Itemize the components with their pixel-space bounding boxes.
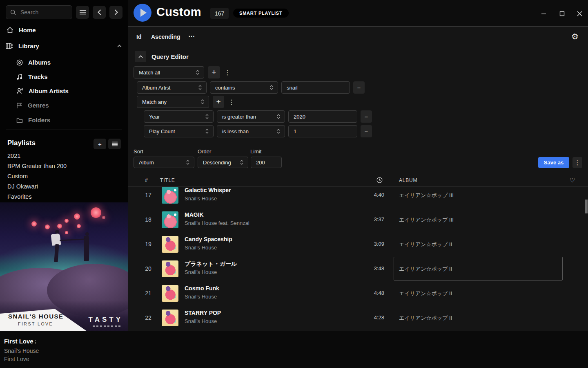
main-content: Custom 167 SMART PLAYLIST Id Ascending ⋯… (128, 0, 588, 331)
window-maximize-button[interactable] (557, 8, 567, 19)
rule3-field-select[interactable]: Play Count (144, 125, 214, 137)
playlist-item[interactable]: Custom (7, 173, 28, 180)
playlist-item[interactable]: BPM Greater than 200 (7, 163, 67, 169)
order-select[interactable]: Descending (198, 157, 248, 168)
favorite-heart-icon[interactable]: ♡ (570, 177, 575, 184)
artwork-title: FIRST LOVE (18, 321, 53, 326)
sidebar-item-albums[interactable]: Albums (16, 59, 51, 66)
track-row[interactable]: 20 プラネット・ガール Snail’s House 3:48 エイリアン☆ポッ… (128, 257, 588, 281)
select-value: Year (149, 114, 160, 120)
rule1-operator-select[interactable]: contains (210, 81, 278, 94)
col-album[interactable]: ALBUM (399, 177, 417, 183)
track-album[interactable]: エイリアン☆ポップ III (399, 192, 454, 199)
track-row[interactable]: 18 MAGIK Snail’s House feat. Sennzai 3:3… (128, 208, 588, 232)
now-playing-menu-button[interactable]: ⋮ (33, 339, 38, 345)
track-album[interactable]: エイリアン☆ポップ II (399, 265, 452, 273)
playlist-item[interactable]: 2021 (7, 153, 20, 159)
sort-direction-button[interactable]: Ascending (151, 34, 180, 40)
match-type-select-1[interactable]: Match all (134, 66, 204, 79)
select-value: Match all (139, 70, 160, 76)
lantern (65, 219, 69, 223)
track-row[interactable]: 22 STARRY POP Snail’s House 4:28 エイリアン☆ポ… (128, 306, 588, 330)
add-rule-button-1[interactable]: + (208, 66, 220, 79)
track-list: 17 Galactic Whisper Snail’s House 4:40 エ… (128, 186, 588, 331)
rule2-field-select[interactable]: Year (144, 110, 214, 123)
limit-label: Limit (250, 148, 261, 155)
artwork-label: TASTY (89, 316, 123, 324)
scrollbar-thumb[interactable] (585, 200, 588, 213)
track-number: 21 (140, 290, 156, 296)
sort-select[interactable]: Album (134, 157, 194, 168)
duration-clock-icon[interactable] (376, 177, 383, 183)
rule1-field-select[interactable]: Album Artist (137, 81, 207, 94)
updown-chevron-icon (276, 128, 281, 134)
minimize-icon (541, 11, 546, 16)
rule1-value-input[interactable] (281, 81, 350, 94)
sort-label: Sort (134, 148, 143, 155)
rule2-value-input[interactable] (288, 110, 357, 123)
group-menu-button-1[interactable]: ⋮ (224, 69, 231, 76)
track-row[interactable]: 17 Galactic Whisper Snail’s House 4:40 エ… (128, 186, 588, 208)
search-box[interactable] (6, 5, 72, 19)
search-icon (10, 9, 16, 16)
sort-field-button[interactable]: Id (136, 34, 141, 40)
sidebar-item-home[interactable]: Home (7, 27, 36, 34)
lantern (102, 216, 105, 219)
track-album[interactable]: エイリアン☆ポップ II (399, 241, 452, 248)
settings-gear-icon[interactable]: ⚙ (571, 31, 579, 41)
rule3-remove-button[interactable]: − (361, 125, 372, 137)
col-number[interactable]: # (145, 177, 148, 183)
col-title[interactable]: TITLE (160, 177, 175, 183)
forward-button[interactable] (109, 6, 122, 19)
rule1-remove-button[interactable]: − (353, 81, 365, 94)
artwork-banner: SNAIL'S HOUSE FIRST LOVE TASTY (0, 307, 128, 331)
track-album[interactable]: エイリアン☆ポップ II (399, 290, 452, 297)
window-minimize-button[interactable] (538, 8, 549, 19)
track-title: Galactic Whisper (185, 187, 231, 193)
track-artist: Snail’s House (185, 269, 217, 275)
play-playlist-button[interactable] (134, 4, 151, 22)
menu-button[interactable] (76, 6, 89, 19)
limit-input[interactable] (251, 157, 282, 168)
group-menu-button-2[interactable]: ⋮ (228, 98, 235, 106)
track-row[interactable]: 21 Cosmo Funk Snail’s House 4:48 エイリアン☆ポ… (128, 281, 588, 306)
playlist-item[interactable]: Favorites (7, 193, 32, 200)
add-playlist-button[interactable]: + (94, 139, 106, 149)
match-type-select-2[interactable]: Match any (137, 96, 209, 108)
track-number: 19 (140, 241, 156, 247)
save-menu-button[interactable]: ⋮ (572, 157, 582, 168)
sidebar-item-genres[interactable]: Genres (16, 102, 49, 109)
search-input[interactable] (20, 9, 68, 16)
sidebar-item-folders[interactable]: Folders (16, 117, 50, 123)
add-rule-button-2[interactable]: + (213, 96, 224, 108)
select-value: Album (139, 159, 154, 166)
save-as-button[interactable]: Save as (538, 157, 569, 168)
updown-chevron-icon (200, 99, 205, 105)
window-close-button[interactable] (574, 8, 585, 19)
sidebar-item-album-artists[interactable]: Album Artists (16, 88, 69, 94)
artwork-artist: SNAIL'S HOUSE (8, 313, 64, 320)
sidebar: Home Library Albums Tracks Album Artists… (0, 0, 128, 331)
playlist-list-button[interactable] (108, 139, 121, 149)
playlist-item[interactable]: DJ Okawari (7, 183, 38, 190)
figure-arms (60, 238, 85, 241)
sidebar-item-library[interactable]: Library (6, 43, 122, 49)
rule3-operator-select[interactable]: is less than (217, 125, 285, 137)
playlist-header: Custom 167 SMART PLAYLIST (128, 0, 588, 27)
back-button[interactable] (93, 6, 106, 19)
track-number: 20 (140, 265, 156, 272)
updown-chevron-icon (205, 128, 209, 134)
more-options-button[interactable]: ⋯ (188, 32, 195, 40)
rule3-value-input[interactable] (288, 125, 357, 137)
sidebar-item-tracks[interactable]: Tracks (16, 73, 48, 80)
lantern (57, 224, 62, 229)
close-icon (577, 11, 582, 16)
track-album[interactable]: エイリアン☆ポップ III (399, 216, 454, 224)
track-title: Candy Spaceship (185, 236, 232, 242)
track-row[interactable]: 19 Candy Spaceship Snail’s House 3:09 エイ… (128, 232, 588, 257)
rule2-remove-button[interactable]: − (361, 110, 372, 123)
query-editor-collapse-button[interactable] (135, 51, 146, 62)
collapse-chevron-icon[interactable] (117, 45, 122, 47)
rule2-operator-select[interactable]: is greater than (217, 110, 285, 123)
track-album[interactable]: エイリアン☆ポップ II (399, 314, 452, 322)
